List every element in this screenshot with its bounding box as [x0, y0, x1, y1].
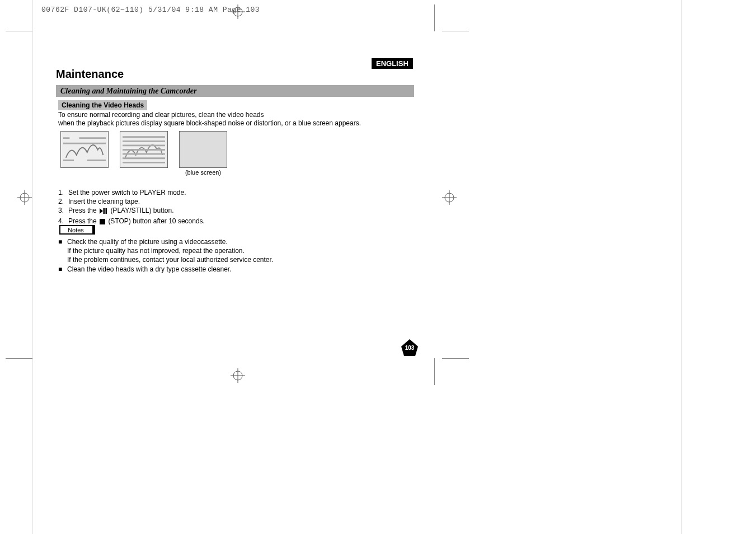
note-line: Check the quality of the picture using a… [67, 237, 273, 246]
registration-mark-icon [17, 190, 32, 205]
step-item: 2. Insert the cleaning tape. [58, 197, 205, 206]
svg-rect-16 [106, 208, 107, 214]
crop-rule [6, 358, 32, 359]
chapter-title: Maintenance [56, 68, 124, 81]
illustration: (blue screen) [179, 131, 227, 176]
step-text: Press the (PLAY/STILL) button. [68, 206, 174, 216]
section-heading: Cleaning and Maintaining the Camcorder [56, 85, 414, 97]
illustration [60, 131, 109, 169]
note-item: ■ Clean the video heads with a dry type … [58, 265, 273, 274]
illustration-caption: (blue screen) [179, 169, 227, 176]
crop-rule [442, 358, 469, 359]
svg-rect-17 [100, 219, 105, 224]
notes-label: Notes [59, 225, 95, 235]
step-text: Insert the cleaning tape. [68, 197, 140, 206]
notes-list: ■ Check the quality of the picture using… [58, 237, 273, 274]
step-item: 3. Press the (PLAY/STILL) button. [58, 206, 205, 216]
step-text-pre: Press the [68, 217, 98, 225]
illustration-row: (blue screen) [60, 131, 227, 176]
step-text-post: (STOP) button after 10 seconds. [108, 217, 205, 225]
crop-rule [434, 358, 435, 385]
intro-text: To ensure normal recording and clear pic… [58, 111, 416, 128]
square-bullet-icon: ■ [58, 237, 67, 265]
step-text-post: (PLAY/STILL) button. [110, 207, 173, 214]
steps-list: 1. Set the power switch to PLAYER mode. … [58, 188, 205, 227]
note-line: Clean the video heads with a dry type ca… [67, 265, 232, 274]
stop-icon [100, 218, 105, 227]
playback-heavy-noise-icon [123, 134, 165, 166]
illustration-box [60, 131, 109, 168]
registration-mark-icon [231, 4, 245, 19]
step-text: Set the power switch to PLAYER mode. [68, 188, 186, 197]
intro-line: when the playback pictures display squar… [58, 119, 416, 128]
play-still-icon [100, 207, 107, 216]
registration-mark-icon [442, 190, 457, 205]
page-number: 103 [401, 345, 418, 351]
step-number: 2. [58, 197, 68, 206]
subheading: Cleaning the Video Heads [58, 100, 147, 110]
svg-marker-14 [100, 208, 103, 214]
svg-rect-15 [104, 208, 105, 214]
illustration-box [179, 131, 227, 168]
square-bullet-icon: ■ [58, 265, 67, 274]
illustration [120, 131, 168, 169]
crop-rule [442, 31, 469, 31]
page-number-badge: 103 [401, 339, 418, 356]
illustration-box [120, 131, 168, 168]
registration-mark-icon [231, 368, 245, 383]
print-meta-line: 00762F D107-UK(62~110) 5/31/04 9:18 AM P… [41, 6, 260, 14]
note-line: If the picture quality has not improved,… [67, 246, 273, 255]
language-badge: ENGLISH [372, 58, 413, 69]
crop-rule [434, 4, 435, 31]
step-text-pre: Press the [68, 207, 98, 214]
step-number: 3. [58, 206, 68, 216]
intro-line: To ensure normal recording and clear pic… [58, 111, 416, 119]
playback-noise-icon [63, 134, 106, 166]
crop-rule [6, 31, 32, 31]
note-line: If the problem continues, contact your l… [67, 255, 273, 264]
note-item: ■ Check the quality of the picture using… [58, 237, 273, 265]
step-item: 1. Set the power switch to PLAYER mode. [58, 188, 205, 197]
step-number: 1. [58, 188, 68, 197]
